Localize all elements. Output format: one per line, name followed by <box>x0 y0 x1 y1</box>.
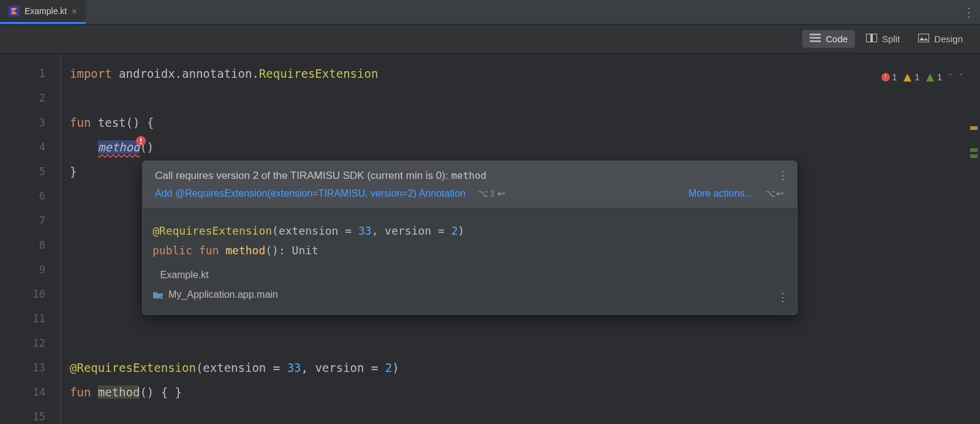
tab-close-icon[interactable]: × <box>72 6 77 16</box>
line-number: 13 <box>0 355 60 380</box>
tab-bar-spacer <box>86 0 958 24</box>
line-number: 15 <box>0 404 60 424</box>
svg-rect-3 <box>810 40 821 42</box>
shortcut-label: ⌥⇧↩ <box>478 188 506 199</box>
line-number-gutter: 1 2 3 4 5 6 7 8 9 10 11 12 13 14 15 <box>0 54 61 424</box>
line-number: 4 <box>0 135 60 159</box>
line-number: 5 <box>0 159 60 184</box>
folder-icon <box>153 290 164 299</box>
line-number: 9 <box>0 257 60 282</box>
shortcut-label: ⌥↩ <box>765 188 785 199</box>
view-mode-bar: Code Split Design <box>0 25 980 54</box>
svg-rect-2 <box>810 37 821 39</box>
function-def-name: method <box>98 385 140 399</box>
line-number: 7 <box>0 208 60 233</box>
image-icon <box>918 34 929 44</box>
line-number: 10 <box>0 282 60 306</box>
popup-file-location: Example.kt <box>153 265 787 285</box>
split-icon <box>866 34 877 44</box>
error-count-badge: ! 1 <box>881 65 897 89</box>
svg-rect-1 <box>810 34 821 36</box>
line-number: 3 <box>0 110 60 135</box>
weak-warning-icon <box>925 73 935 82</box>
svg-rect-9 <box>140 143 141 144</box>
line-number: 6 <box>0 184 60 208</box>
stripe-ok[interactable] <box>970 148 978 152</box>
keyword-fun: fun <box>70 385 91 399</box>
popup-body: @RequiresExtension(extension = 33, versi… <box>143 208 797 314</box>
svg-rect-5 <box>872 34 877 42</box>
tab-bar-kebab-icon[interactable]: ⋮ <box>958 0 980 24</box>
line-number: 12 <box>0 331 60 355</box>
popup-header-kebab-icon[interactable]: ⋮ <box>777 168 788 182</box>
list-lines-icon <box>810 34 821 44</box>
line-number: 14 <box>0 380 60 404</box>
warning-icon <box>903 73 912 82</box>
view-mode-code[interactable]: Code <box>802 30 855 48</box>
inspection-prev-icon[interactable]: ˄ <box>948 65 952 89</box>
popup-title: Call requires version 2 of the TIRAMISU … <box>155 170 785 182</box>
editor-tab[interactable]: Example.kt × <box>0 0 86 24</box>
weak-warning-count-badge: 1 <box>925 65 942 89</box>
line-number: 2 <box>0 86 60 110</box>
quick-fix-more-actions[interactable]: More actions... <box>688 188 753 199</box>
quick-fix-add-annotation[interactable]: Add @RequiresExtension(extension=TIRAMIS… <box>155 188 466 199</box>
svg-rect-8 <box>140 138 141 142</box>
inspection-summary[interactable]: ! 1 1 1 ˄ ˅ <box>881 65 963 89</box>
intention-bulb-icon[interactable] <box>134 134 148 148</box>
view-mode-design[interactable]: Design <box>911 30 970 48</box>
line-number: 8 <box>0 233 60 257</box>
error-stripe <box>970 120 978 161</box>
svg-rect-4 <box>866 34 871 42</box>
error-icon: ! <box>881 73 890 81</box>
line-number: 1 <box>0 61 60 86</box>
quick-fix-popup: Call requires version 2 of the TIRAMISU … <box>142 161 797 315</box>
inspection-next-icon[interactable]: ˅ <box>959 65 963 89</box>
keyword-fun: fun <box>70 116 91 129</box>
kotlin-file-icon <box>9 6 20 17</box>
svg-rect-10 <box>160 296 163 299</box>
editor-tab-bar: Example.kt × ⋮ <box>0 0 980 25</box>
warning-count-badge: 1 <box>903 65 919 89</box>
keyword-import: import <box>70 67 112 80</box>
svg-rect-6 <box>918 34 929 42</box>
tab-filename: Example.kt <box>24 6 67 16</box>
popup-header: Call requires version 2 of the TIRAMISU … <box>143 161 797 208</box>
stripe-warning[interactable] <box>970 126 978 130</box>
view-mode-split[interactable]: Split <box>859 30 907 48</box>
line-number: 11 <box>0 306 60 331</box>
popup-body-kebab-icon[interactable]: ⋮ <box>777 287 788 307</box>
popup-module-location: My_Application.app.main <box>153 285 787 305</box>
annotation: @RequiresExtension <box>70 361 196 374</box>
stripe-ok[interactable] <box>970 154 978 158</box>
